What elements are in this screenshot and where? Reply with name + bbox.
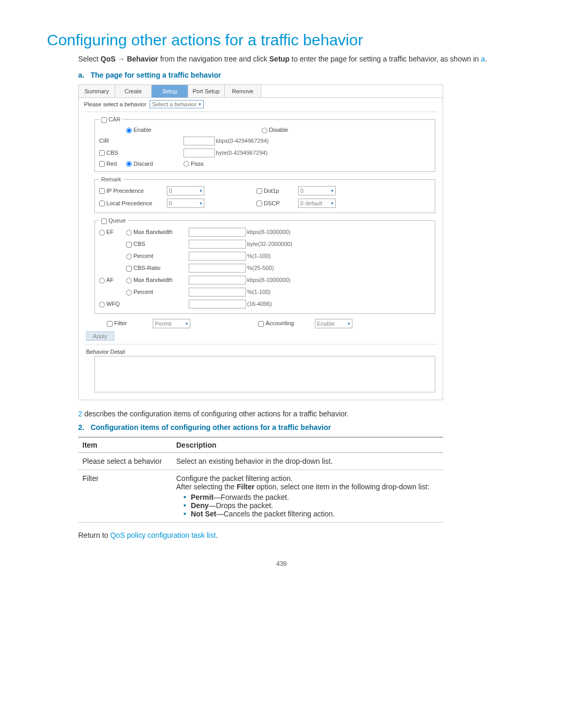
- af-percent-input[interactable]: [189, 288, 246, 297]
- af-maxbw-hint: kbps(8-1000000): [247, 277, 290, 283]
- af-maxbw-input[interactable]: [189, 276, 246, 285]
- remark-fieldset: Remark IP Precedence 0▾ Dot1p 0▾ Local P…: [94, 176, 435, 213]
- tab-remove[interactable]: Remove: [225, 84, 261, 97]
- local-precedence-dropdown[interactable]: 0▾: [167, 199, 204, 208]
- table-row: Please select a behavior Select an exist…: [78, 452, 443, 470]
- af-radio[interactable]: [99, 278, 105, 283]
- af-percent-hint: %(1-100): [247, 289, 271, 295]
- filter-checkbox[interactable]: [107, 321, 113, 327]
- pass-radio[interactable]: [183, 161, 189, 167]
- table-row: Filter Configure the packet filtering ac…: [78, 470, 443, 522]
- filter-dropdown[interactable]: Permit▾: [153, 319, 190, 328]
- tab-summary[interactable]: Summary: [79, 84, 115, 97]
- wfq-hint: (16-4096): [247, 301, 272, 307]
- accounting-checkbox[interactable]: [258, 321, 264, 327]
- chevron-down-icon: ▾: [200, 188, 202, 193]
- ef-percent-input[interactable]: [189, 252, 246, 261]
- discard-radio[interactable]: [126, 161, 132, 167]
- behavior-detail-label: Behavior Detail: [86, 349, 435, 355]
- car-cbs-hint: byte(0-4294967294): [216, 150, 267, 156]
- behavior-setup-screenshot: Summary Create Setup Port Setup Remove P…: [78, 84, 443, 400]
- ef-percent-hint: %(1-100): [247, 253, 271, 259]
- dot1p-dropdown[interactable]: 0▾: [298, 186, 336, 195]
- car-cbs-input[interactable]: [183, 149, 215, 157]
- return-link[interactable]: QoS policy configuration task list: [110, 531, 215, 539]
- cir-hint: kbps(0-4294967294): [216, 138, 269, 144]
- ef-cbs-hint: byte(32-2000000): [247, 241, 292, 247]
- car-cbs-checkbox[interactable]: [99, 150, 105, 156]
- page-title: Configuring other actions for a traffic …: [47, 31, 516, 49]
- chevron-down-icon: ▾: [199, 102, 201, 107]
- chevron-down-icon: ▾: [348, 321, 350, 326]
- queue-fieldset: Queue EF Max Bandwidth kbps(8-1000000) C…: [94, 217, 435, 314]
- ef-cbs-checkbox[interactable]: [126, 242, 132, 248]
- car-fieldset: CAR Enable Disable CIR kbps(0-4294967294…: [94, 116, 435, 172]
- figure-a-caption: a.The page for setting a traffic behavio…: [78, 71, 516, 79]
- tab-bar: Summary Create Setup Port Setup Remove: [79, 84, 443, 98]
- table-2-caption: 2.Configuration items of configuring oth…: [78, 423, 516, 431]
- chevron-down-icon: ▾: [331, 201, 334, 206]
- select-behavior-dropdown[interactable]: Select a behavior ▾: [150, 100, 204, 108]
- return-line: Return to QoS policy configuration task …: [78, 531, 516, 539]
- queue-enable-checkbox[interactable]: [101, 218, 107, 224]
- cbs-ratio-checkbox[interactable]: [126, 266, 132, 272]
- car-enable-radio[interactable]: [126, 128, 132, 133]
- accounting-dropdown[interactable]: Enable▾: [315, 319, 352, 328]
- cir-input[interactable]: [183, 137, 215, 145]
- col-description: Description: [172, 437, 443, 453]
- dscp-dropdown[interactable]: 0 default▾: [298, 199, 336, 208]
- ef-maxbw-hint: kbps(8-1000000): [247, 229, 290, 235]
- ef-percent-radio[interactable]: [126, 254, 132, 260]
- ef-maxbw-radio[interactable]: [126, 230, 132, 236]
- chevron-down-icon: ▾: [200, 201, 202, 206]
- apply-button[interactable]: Apply: [86, 331, 114, 341]
- table-2-link[interactable]: 2: [78, 410, 82, 418]
- intro-paragraph: Select QoS → Behavior from the navigatio…: [78, 53, 516, 65]
- ef-maxbw-input[interactable]: [189, 228, 246, 237]
- body-paragraph: 2 describes the configuration items of c…: [78, 410, 516, 418]
- car-enable-checkbox[interactable]: [101, 117, 107, 123]
- af-maxbw-radio[interactable]: [126, 278, 132, 283]
- ip-precedence-checkbox[interactable]: [99, 188, 105, 194]
- cbs-ratio-hint: %(25-500): [247, 265, 274, 271]
- dot1p-checkbox[interactable]: [256, 188, 262, 194]
- config-items-table: Item Description Please select a behavio…: [78, 437, 443, 523]
- tab-setup[interactable]: Setup: [152, 84, 188, 97]
- car-disable-radio[interactable]: [262, 128, 267, 133]
- ef-radio[interactable]: [99, 230, 105, 236]
- wfq-radio[interactable]: [99, 302, 105, 307]
- af-percent-radio[interactable]: [126, 290, 132, 295]
- cir-label: CIR: [99, 138, 126, 144]
- tab-create[interactable]: Create: [115, 84, 152, 97]
- chevron-down-icon: ▾: [331, 188, 334, 193]
- page-number: 439: [47, 560, 516, 567]
- ip-precedence-dropdown[interactable]: 0▾: [167, 186, 204, 195]
- col-item: Item: [78, 437, 172, 453]
- wfq-input[interactable]: [189, 300, 246, 309]
- cbs-ratio-input[interactable]: [189, 264, 246, 273]
- select-behavior-label: Please select a behavior: [84, 101, 146, 107]
- tab-port-setup[interactable]: Port Setup: [188, 84, 225, 97]
- chevron-down-icon: ▾: [186, 321, 188, 326]
- dscp-checkbox[interactable]: [256, 201, 262, 206]
- local-precedence-checkbox[interactable]: [99, 201, 105, 206]
- red-checkbox[interactable]: [99, 161, 105, 167]
- ef-cbs-input[interactable]: [189, 240, 246, 249]
- behavior-detail-box: [94, 356, 435, 392]
